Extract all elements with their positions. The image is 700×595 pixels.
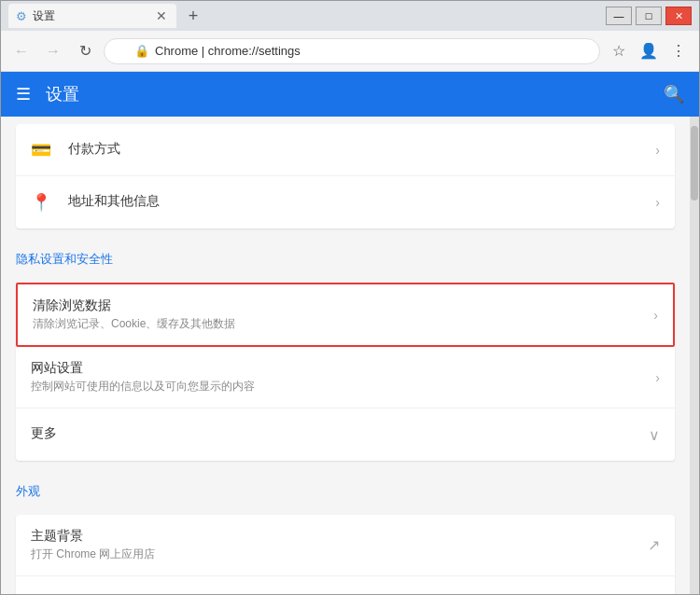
- window-controls: — □ ✕: [606, 7, 692, 25]
- privacy-section-label: 隐私设置和安全性: [1, 236, 690, 275]
- site-settings-title: 网站设置: [31, 360, 655, 377]
- payment-arrow: ›: [655, 143, 660, 158]
- scrollbar-thumb[interactable]: [691, 126, 698, 201]
- clear-browsing-subtitle: 清除浏览记录、Cookie、缓存及其他数据: [33, 316, 653, 332]
- scrollbar[interactable]: [690, 117, 699, 594]
- theme-external-icon: ↗: [648, 536, 660, 554]
- header-search-icon[interactable]: 🔍: [664, 84, 684, 104]
- clear-browsing-title: 清除浏览数据: [33, 298, 653, 314]
- active-tab[interactable]: ⚙ 设置 ✕: [8, 4, 176, 28]
- settings-header-title: 设置: [46, 83, 664, 105]
- forward-button[interactable]: →: [40, 38, 66, 64]
- more-chevron-icon: ∨: [649, 426, 660, 444]
- address-title: 地址和其他信息: [68, 193, 655, 210]
- hamburger-icon[interactable]: ☰: [16, 84, 31, 104]
- bookmark-button[interactable]: ☆: [606, 38, 632, 64]
- addresses-item[interactable]: 📍 地址和其他信息 ›: [16, 176, 675, 228]
- home-button-item[interactable]: 显示"主页"按钮: [16, 576, 675, 594]
- lock-icon: 🔒: [134, 44, 149, 58]
- account-button[interactable]: 👤: [636, 38, 662, 64]
- site-settings-content: 网站设置 控制网站可使用的信息以及可向您显示的内容: [31, 360, 655, 394]
- site-settings-subtitle: 控制网站可使用的信息以及可向您显示的内容: [31, 379, 655, 394]
- content-area: 💳 付款方式 › 📍 地址和其他信息 › 隐私设置和安全性: [1, 117, 690, 594]
- refresh-button[interactable]: ↻: [72, 38, 98, 64]
- tab-label: 设置: [33, 8, 55, 24]
- home-button-content: 显示"主页"按钮: [31, 593, 660, 594]
- more-privacy-item[interactable]: 更多 ∨: [16, 408, 675, 461]
- clear-browsing-arrow: ›: [653, 308, 658, 323]
- tab-strip: ⚙ 设置 ✕ +: [8, 3, 606, 29]
- payment-methods-item[interactable]: 💳 付款方式 ›: [16, 124, 675, 176]
- address-right-icons: ☆ 👤 ⋮: [606, 38, 692, 64]
- menu-button[interactable]: ⋮: [665, 38, 692, 64]
- payment-content: 付款方式: [68, 141, 655, 159]
- site-settings-arrow: ›: [655, 370, 660, 385]
- address-content: 地址和其他信息: [68, 193, 655, 212]
- privacy-section: 清除浏览数据 清除浏览记录、Cookie、缓存及其他数据 › 网站设置 控制网站…: [16, 283, 675, 461]
- new-tab-button[interactable]: +: [180, 3, 206, 29]
- settings-header: ☰ 设置 🔍: [1, 72, 699, 117]
- address-arrow: ›: [655, 195, 660, 210]
- maximize-button[interactable]: □: [636, 7, 662, 25]
- url-text: Chrome | chrome://settings: [155, 44, 301, 58]
- autofill-section: 💳 付款方式 › 📍 地址和其他信息 ›: [16, 124, 675, 228]
- address-bar: ← → ↻ 🔒 Chrome | chrome://settings ☆ 👤 ⋮: [1, 31, 699, 72]
- more-content: 更多: [31, 425, 649, 444]
- site-settings-item[interactable]: 网站设置 控制网站可使用的信息以及可向您显示的内容 ›: [16, 347, 675, 408]
- theme-title: 主题背景: [31, 528, 648, 545]
- clear-browsing-content: 清除浏览数据 清除浏览记录、Cookie、缓存及其他数据: [33, 298, 653, 332]
- theme-content: 主题背景 打开 Chrome 网上应用店: [31, 528, 648, 562]
- theme-subtitle: 打开 Chrome 网上应用店: [31, 547, 648, 562]
- payment-title: 付款方式: [68, 141, 655, 158]
- close-button[interactable]: ✕: [665, 7, 692, 25]
- browser-window: ⚙ 设置 ✕ + — □ ✕ ← → ↻ 🔒 Chrome | chrome:/…: [0, 0, 700, 595]
- appearance-section-label: 外观: [1, 468, 690, 507]
- minimize-button[interactable]: —: [606, 7, 632, 25]
- back-button[interactable]: ←: [8, 38, 35, 64]
- address-icon: 📍: [31, 192, 53, 213]
- title-bar: ⚙ 设置 ✕ + — □ ✕: [1, 1, 699, 31]
- more-title: 更多: [31, 425, 649, 442]
- appearance-section: 主题背景 打开 Chrome 网上应用店 ↗ 显示"主页"按钮: [16, 515, 675, 594]
- home-button-title: 显示"主页"按钮: [31, 593, 660, 594]
- theme-item[interactable]: 主题背景 打开 Chrome 网上应用店 ↗: [16, 515, 675, 576]
- main-content: 💳 付款方式 › 📍 地址和其他信息 › 隐私设置和安全性: [1, 117, 699, 594]
- tab-close-button[interactable]: ✕: [154, 8, 169, 23]
- payment-icon: 💳: [31, 140, 53, 160]
- url-input[interactable]: 🔒 Chrome | chrome://settings: [104, 38, 600, 64]
- clear-browsing-data-item[interactable]: 清除浏览数据 清除浏览记录、Cookie、缓存及其他数据 ›: [16, 283, 675, 347]
- url-display: 🔒 Chrome | chrome://settings: [134, 44, 301, 58]
- tab-favicon-icon: ⚙: [16, 9, 27, 23]
